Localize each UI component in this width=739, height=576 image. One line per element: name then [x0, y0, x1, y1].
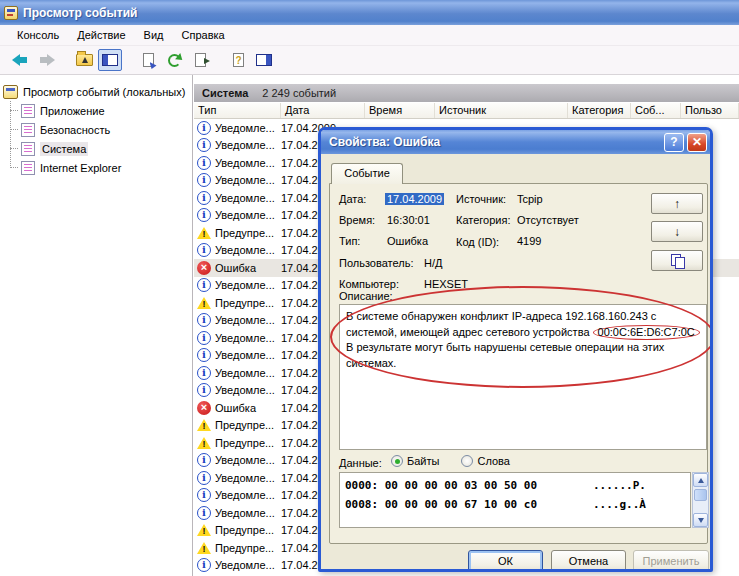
show-panel-icon[interactable] [252, 49, 276, 71]
dialog-title-bar: Свойства: Ошибка ? ✕ [321, 130, 710, 154]
ok-button[interactable]: ОК [468, 550, 543, 572]
date-label: Дата: [339, 193, 366, 205]
forward-arrow-glyph [38, 54, 55, 66]
hex-bytes: 0000: 00 00 00 00 03 00 50 00 [345, 479, 593, 492]
menu-item[interactable]: Действие [68, 26, 134, 44]
event-log-icon [21, 142, 35, 156]
tree-root-item[interactable]: Просмотр событий (локальных) [0, 82, 192, 101]
event-id-label: Код (ID): [456, 236, 499, 248]
export-list-icon[interactable] [188, 49, 212, 71]
sidebar-item[interactable]: Безопасность [0, 120, 192, 139]
sidebar-item[interactable]: Приложение [0, 101, 192, 120]
type-cell-label: Уведомле... [215, 332, 275, 344]
error-icon [197, 261, 211, 275]
apply-button[interactable]: Применить [633, 550, 709, 572]
type-cell: Ошибка [194, 261, 281, 275]
dialog-close-button[interactable]: ✕ [687, 133, 707, 152]
hex-data-box[interactable]: 0000: 00 00 00 00 03 00 50 00......P.000… [339, 472, 691, 528]
warning-icon [197, 296, 211, 310]
menu-item[interactable]: Консоль [8, 26, 68, 44]
info-icon [197, 348, 211, 362]
sidebar-item[interactable]: Система [0, 139, 192, 158]
computer-value: HEXSET [424, 278, 468, 290]
menu-item[interactable]: Справка [173, 26, 234, 44]
event-log-icon [21, 123, 35, 137]
data-label: Данные: [339, 457, 382, 469]
sidebar-item-label: Система [40, 142, 88, 156]
type-cell: Уведомле... [194, 488, 281, 502]
info-icon [197, 278, 211, 292]
computer-label: Компьютер: [339, 278, 399, 290]
sidebar-item-label: Приложение [40, 105, 105, 117]
type-cell: Уведомле... [194, 331, 281, 345]
forward-icon[interactable] [34, 49, 58, 71]
cancel-button[interactable]: Отмена [551, 550, 626, 572]
event-id-value: 4199 [517, 235, 541, 247]
copy-event-button[interactable] [651, 250, 703, 271]
back-icon[interactable] [8, 49, 32, 71]
column-header[interactable]: Соб... [631, 103, 681, 118]
warning-icon [197, 436, 211, 450]
properties-icon[interactable] [136, 49, 160, 71]
description-box[interactable]: В системе обнаружен конфликт IP-адреса 1… [339, 304, 707, 450]
type-cell-label: Уведомле... [215, 559, 275, 571]
toolbar [0, 46, 739, 75]
type-value: Ошибка [387, 235, 428, 247]
event-viewer-icon [4, 6, 18, 20]
column-header[interactable]: Пользо [681, 103, 739, 118]
info-icon [197, 138, 211, 152]
dialog-title: Свойства: Ошибка [329, 135, 661, 149]
type-cell: Уведомле... [194, 156, 281, 170]
warning-icon [197, 523, 211, 537]
next-event-button[interactable]: ↓ [651, 221, 703, 242]
show-tree-toggle-icon[interactable] [98, 49, 122, 71]
date-value: 17.04.2009 [385, 193, 444, 205]
type-cell: Уведомле... [194, 138, 281, 152]
type-cell-label: Уведомле... [215, 384, 275, 396]
column-header[interactable]: Время [365, 103, 435, 118]
title-bar: Просмотр событий [0, 0, 739, 25]
window-title: Просмотр событий [23, 6, 137, 20]
bytes-radio[interactable] [391, 455, 403, 467]
words-radio-label[interactable]: Слова [477, 455, 509, 467]
annotation-oval-mac: 00:0C:6E:D6:C7:0C [593, 325, 700, 340]
warning-icon [197, 226, 211, 240]
type-cell: Уведомле... [194, 453, 281, 467]
hex-scrollbar[interactable] [692, 472, 709, 528]
column-header-row: ТипДатаВремяИсточникКатегорияСоб...Польз… [194, 103, 739, 119]
dialog-help-button[interactable]: ? [664, 133, 684, 152]
warning-icon [197, 541, 211, 555]
description-line: системой, имеющей адрес сетевого устройс… [346, 325, 700, 341]
column-header[interactable]: Источник [435, 103, 568, 118]
type-cell-label: Уведомле... [215, 192, 275, 204]
column-header[interactable]: Категория [568, 103, 631, 118]
scrollbar-thumb[interactable] [694, 489, 707, 501]
category-value: Отсутствует [517, 214, 579, 226]
sidebar-item-label: Internet Explorer [40, 162, 121, 174]
words-radio[interactable] [461, 455, 473, 467]
tab-event[interactable]: Событие [331, 163, 403, 184]
help-icon[interactable] [226, 49, 250, 71]
bytes-radio-label[interactable]: Байты [407, 455, 439, 467]
event-viewer-root-icon [3, 85, 18, 99]
time-value: 16:30:01 [387, 214, 430, 226]
previous-event-button[interactable]: ↑ [651, 193, 703, 214]
type-cell: Уведомле... [194, 558, 281, 572]
menu-item[interactable]: Вид [135, 26, 173, 44]
up-level-icon[interactable] [72, 49, 96, 71]
type-cell-label: Предупре... [215, 437, 274, 449]
column-header[interactable]: Тип [194, 103, 281, 118]
panel-right-glyph [256, 54, 272, 66]
description-line: В системе обнаружен конфликт IP-адреса 1… [346, 309, 700, 325]
scroll-down-icon[interactable] [693, 513, 708, 527]
refresh-icon[interactable] [162, 49, 186, 71]
sidebar-item[interactable]: Internet Explorer [0, 158, 192, 177]
type-cell: Ошибка [194, 401, 281, 415]
scroll-up-icon[interactable] [693, 473, 708, 487]
copy-icon [671, 254, 684, 267]
column-header[interactable]: Дата [281, 103, 365, 118]
type-cell-label: Уведомле... [215, 174, 275, 186]
type-cell: Уведомле... [194, 243, 281, 257]
type-cell-label: Уведомле... [215, 139, 275, 151]
help-glyph [233, 53, 244, 67]
